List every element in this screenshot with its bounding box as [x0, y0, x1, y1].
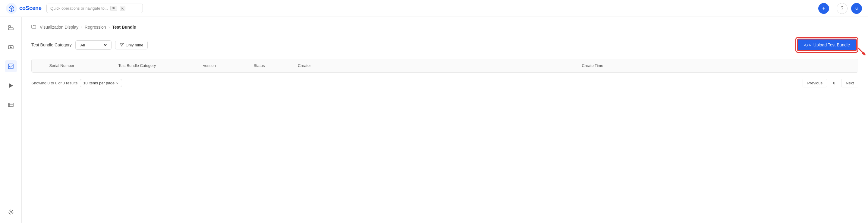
showing-text: Showing 0 to 0 of 0 results — [31, 81, 78, 85]
pagination-controls: Previous 0 Next — [803, 78, 858, 87]
breadcrumb-sep-1: › — [81, 25, 82, 30]
pagination-row: Showing 0 to 0 of 0 results 10 items per… — [31, 78, 858, 87]
breadcrumb-regression[interactable]: Regression — [85, 25, 106, 30]
upload-button-label: Upload Test Bundle — [813, 42, 850, 47]
only-mine-label: Only mine — [126, 43, 144, 47]
col-category: Test Bundle Category — [92, 59, 182, 72]
breadcrumb-visualization[interactable]: Visualization Display — [40, 25, 79, 30]
svg-rect-1 — [8, 26, 10, 27]
main-area: Visualization Display › Regression › Tes… — [0, 17, 868, 223]
breadcrumb: Visualization Display › Regression › Tes… — [31, 24, 858, 30]
logo-icon — [6, 3, 17, 14]
current-page: 0 — [830, 79, 839, 87]
table-header: Serial Number Test Bundle Category versi… — [32, 59, 858, 72]
filter-icon — [120, 43, 124, 47]
previous-button[interactable]: Previous — [803, 78, 827, 87]
breadcrumb-sep-2: › — [108, 25, 110, 30]
sidebar-item-records[interactable] — [5, 99, 17, 111]
category-select[interactable]: All — [79, 42, 107, 47]
col-serial: Serial Number — [32, 59, 92, 72]
sidebar-item-camera[interactable] — [5, 41, 17, 53]
arrow-annotation — [857, 46, 867, 58]
help-button[interactable]: ? — [837, 3, 847, 14]
breadcrumb-current: Test Bundle — [112, 25, 136, 30]
sidebar-item-playback[interactable] — [5, 79, 17, 92]
sidebar-item-files[interactable] — [5, 22, 17, 34]
content-area: Visualization Display › Regression › Tes… — [22, 17, 868, 223]
sidebar-item-settings[interactable] — [5, 206, 17, 218]
search-kbd2: K — [120, 6, 125, 11]
col-status: Status — [237, 59, 282, 72]
breadcrumb-folder-icon — [31, 24, 36, 30]
logo-text: coScene — [19, 5, 41, 11]
data-table: Serial Number Test Bundle Category versi… — [31, 59, 858, 73]
search-kbd1: ⌘ — [110, 6, 117, 11]
per-page-select[interactable]: 10 items per page — [80, 79, 122, 87]
add-button[interactable]: + — [818, 3, 829, 14]
top-bar-actions: + ? u — [818, 3, 862, 14]
sidebar — [0, 17, 22, 223]
col-creator: Creator — [282, 59, 327, 72]
upload-button-highlight: </> Upload Test Bundle — [795, 37, 858, 53]
filters-row: Test Bundle Category All Only mine </> — [31, 37, 858, 53]
per-page-label: 10 items per page — [83, 81, 115, 85]
search-placeholder: Quick operations or navigate to... — [50, 6, 108, 10]
category-select-box[interactable]: All — [75, 40, 112, 50]
col-version: version — [182, 59, 237, 72]
next-button[interactable]: Next — [841, 78, 858, 87]
svg-point-10 — [10, 211, 12, 213]
upload-code-icon: </> — [804, 43, 811, 47]
divider — [833, 5, 833, 12]
svg-rect-2 — [8, 28, 13, 30]
svg-marker-4 — [10, 46, 12, 48]
per-page-chevron — [116, 82, 119, 85]
avatar-button[interactable]: u — [851, 3, 862, 14]
col-create-time: Create Time — [327, 59, 858, 72]
search-bar[interactable]: Quick operations or navigate to... ⌘ K — [46, 4, 143, 13]
top-bar: coScene Quick operations or navigate to.… — [0, 0, 868, 17]
sidebar-item-tasks[interactable] — [5, 60, 17, 72]
upload-test-bundle-button[interactable]: </> Upload Test Bundle — [797, 39, 857, 51]
logo[interactable]: coScene — [6, 3, 41, 14]
category-filter-label: Test Bundle Category — [31, 42, 72, 47]
svg-rect-7 — [8, 103, 13, 107]
only-mine-button[interactable]: Only mine — [115, 41, 148, 50]
svg-point-0 — [6, 3, 17, 14]
svg-marker-6 — [9, 84, 13, 88]
